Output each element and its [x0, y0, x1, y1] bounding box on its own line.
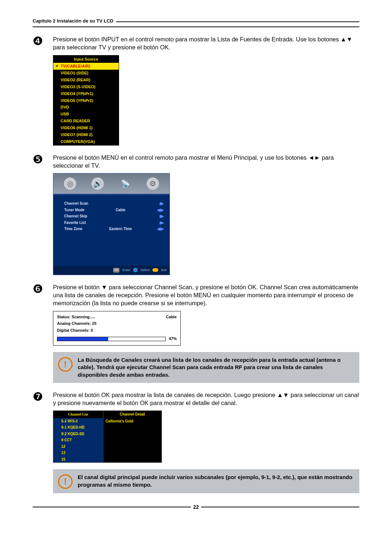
channel-list-item[interactable]: 9-2 KQED-SD: [53, 431, 103, 437]
step-7: ❼ Presione el botón OK para mostrar la l…: [33, 391, 359, 494]
tv-icon[interactable]: 📡: [119, 177, 131, 190]
scan-digital-count: Digital Channels: 0: [57, 328, 177, 333]
page: Capítulo 2 Instalación de su TV LCD ❹ Pr…: [0, 0, 392, 524]
step-7-body: Presione el botón OK para mostrar la lis…: [53, 391, 359, 494]
step-4-body: Presione el botón INPUT en el control re…: [53, 35, 359, 146]
step-5-number: ❺: [33, 154, 53, 275]
step-6: ❻ Presione el botón ▼ para seleccionar C…: [33, 283, 359, 383]
input-source-item-video4[interactable]: VIDEO4 (YPbPr1): [53, 90, 119, 97]
warning-icon: !: [58, 357, 73, 372]
audio-icon[interactable]: 🔊: [91, 177, 104, 190]
scan-progress: 47%: [57, 336, 177, 342]
input-source-item-cardreader[interactable]: CARD READER: [53, 118, 119, 124]
channel-scan-callout: ! La Búsqueda de Canales creará una list…: [53, 352, 359, 383]
footer-rule-left: [33, 507, 191, 507]
channel-detail: Channel Detail Calfornia's Gold: [103, 410, 162, 463]
setup-icon[interactable]: ⚙: [147, 177, 159, 190]
menu-button-icon: [152, 268, 158, 272]
channel-list: Channel List 5-2 RF5-2 9-1 KQED-HD 9-2 K…: [53, 410, 103, 463]
input-source-item-video2[interactable]: VIDEO2 (REAR): [53, 77, 119, 83]
scan-mode-label: Cable: [166, 314, 177, 320]
subchannel-callout-text: El canal digital principal puede incluir…: [78, 474, 354, 488]
step-5: ❺ Presione el botón MENÚ en el control r…: [33, 154, 359, 275]
channel-panel: Channel List 5-2 RF5-2 9-1 KQED-HD 9-2 K…: [53, 410, 162, 463]
footer-rule-right: [201, 507, 359, 507]
channel-scan-callout-text: La Búsqueda de Canales creará una lista …: [78, 356, 354, 379]
input-source-item-video6[interactable]: VIDEO6 (HDMI 1): [53, 124, 119, 131]
input-source-item-dvd[interactable]: DVD: [53, 104, 119, 111]
footer-exit-label: Exit: [161, 268, 167, 272]
channel-list-item[interactable]: 13: [53, 450, 103, 456]
channel-list-item[interactable]: 9-1 KQED-HD: [53, 424, 103, 431]
channel-list-item[interactable]: 15: [53, 456, 103, 463]
scan-status-box: Status: Scanning..... Cable Analog Chann…: [53, 311, 181, 346]
page-number: 22: [193, 504, 199, 510]
menu-row-channel-skip[interactable]: Channel Skip ▮▶: [64, 213, 164, 220]
step-6-number: ❻: [33, 283, 53, 383]
step-4-text: Presione el botón INPUT en el control re…: [53, 36, 352, 50]
chapter-title: Capítulo 2 Instalación de su TV LCD: [33, 18, 113, 25]
menu-row-channel-scan[interactable]: Channel Scan ▮▶: [64, 200, 164, 207]
channel-detail-header: Channel Detail: [103, 411, 162, 418]
input-source-item-computer[interactable]: COMPUTER(VGA): [53, 138, 119, 145]
tv-menu-iconbar: ◎ 🔊 📡 ⚙: [53, 173, 170, 195]
step-5-body: Presione el botón MENÚ en el control rem…: [53, 154, 359, 275]
step-5-text: Presione el botón MENÚ en el control rem…: [53, 154, 334, 169]
channel-list-item[interactable]: 12: [53, 443, 103, 450]
step-7-number: ❼: [33, 391, 53, 494]
input-source-item-usb[interactable]: USB: [53, 111, 119, 118]
step-6-text: Presione el botón ▼ para seleccionar Cha…: [53, 284, 358, 307]
picture-icon[interactable]: ◎: [64, 177, 76, 190]
channel-detail-item: Calfornia's Gold: [103, 418, 162, 425]
scan-progress-bar: [57, 337, 166, 341]
channel-list-item[interactable]: 5-2 RF5-2: [53, 418, 103, 425]
scan-analog-count: Analog Channels: 25: [57, 321, 177, 326]
page-footer: 22: [33, 504, 359, 510]
input-source-item-video7[interactable]: VIDEO7 (HDMI 2): [53, 131, 119, 138]
menu-row-tuner-mode[interactable]: Tuner Mode Cable ◀▮▶: [64, 207, 164, 213]
header-rule-full: [33, 26, 359, 27]
tv-menu-body: Channel Scan ▮▶ Tuner Mode Cable ◀▮▶ Cha…: [53, 195, 170, 266]
menu-row-time-zone[interactable]: Time Zone Eastern Time ◀▮▶: [64, 226, 164, 232]
footer-select-label: Select: [140, 268, 150, 272]
input-source-item-video5[interactable]: VIDEO5 (YPbPr2): [53, 97, 119, 104]
chapter-header-row: Capítulo 2 Instalación de su TV LCD: [33, 18, 359, 25]
channel-list-header: Channel List: [53, 411, 103, 418]
input-source-item-video3[interactable]: VIDEO3 (S-VIDEO): [53, 83, 119, 90]
menu-row-favorite-list[interactable]: Favorite List ▮▶: [64, 220, 164, 226]
subchannel-callout: ! El canal digital principal puede inclu…: [53, 469, 359, 493]
tv-main-menu: ◎ 🔊 📡 ⚙ Channel Scan ▮▶ Tuner Mode Cable…: [53, 173, 170, 275]
warning-icon: !: [58, 474, 73, 489]
scan-progress-percent: 47%: [169, 336, 177, 342]
step-4: ❹ Presione el botón INPUT en el control …: [33, 35, 359, 146]
input-source-title: Input Source: [53, 56, 119, 63]
ok-button-icon: OK: [113, 268, 120, 273]
input-source-item-tv[interactable]: TV(CABLE/AIR): [53, 63, 119, 70]
tv-menu-footer: OK Enter Select Exit: [53, 266, 170, 275]
header-rule: [116, 21, 359, 22]
step-6-body: Presione el botón ▼ para seleccionar Cha…: [53, 283, 359, 383]
step-7-text: Presione el botón OK para mostrar la lis…: [53, 392, 359, 406]
scan-status-label: Status: Scanning.....: [57, 314, 95, 320]
input-source-menu: Input Source TV(CABLE/AIR) VIDEO1 (SIDE)…: [53, 55, 119, 146]
select-button-icon: [133, 268, 138, 272]
input-source-item-video1[interactable]: VIDEO1 (SIDE): [53, 70, 119, 77]
channel-list-item[interactable]: 8 CCT: [53, 437, 103, 443]
step-4-number: ❹: [33, 35, 53, 146]
footer-enter-label: Enter: [122, 268, 130, 272]
scan-progress-fill: [57, 337, 108, 341]
